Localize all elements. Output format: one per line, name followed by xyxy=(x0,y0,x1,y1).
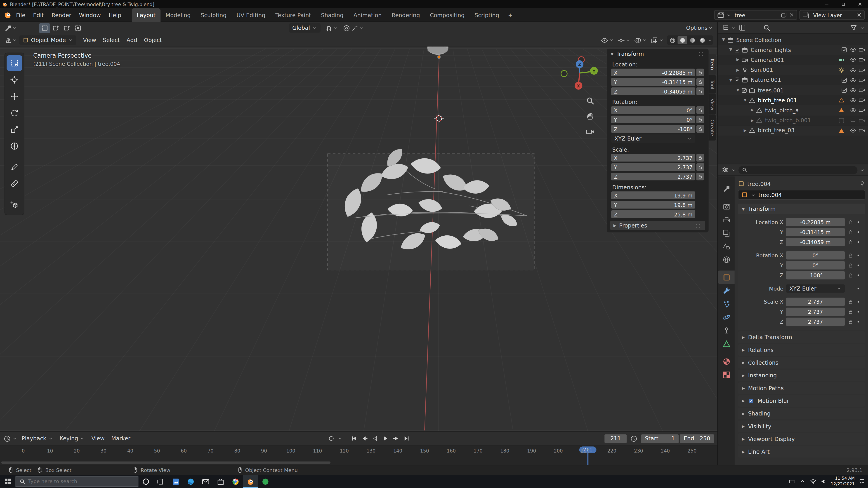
value-slider[interactable]: X2.737 xyxy=(611,154,695,162)
select-mode-new[interactable] xyxy=(39,23,50,33)
lock-open-icon[interactable] xyxy=(847,308,854,315)
toggle-eye-icon[interactable] xyxy=(850,57,856,63)
animate-dot-icon[interactable] xyxy=(855,318,862,324)
toggle-camera-icon[interactable] xyxy=(859,77,865,84)
taskbar-app-edge[interactable] xyxy=(183,475,198,488)
toggle-camera-icon[interactable] xyxy=(859,117,865,124)
value-field[interactable]: 2.737 xyxy=(786,307,845,316)
tray-speaker-icon[interactable] xyxy=(820,478,827,485)
properties-tab-modifiers[interactable] xyxy=(718,284,735,297)
workspace-tab-scripting[interactable]: Scripting xyxy=(469,8,504,22)
editor-type-icon[interactable] xyxy=(4,36,12,44)
active-tool-icon[interactable] xyxy=(4,24,12,32)
transport-key-next[interactable] xyxy=(391,433,401,444)
toggle-eye-icon[interactable] xyxy=(850,97,856,103)
lock-open-icon[interactable] xyxy=(847,219,854,225)
properties-tab-object[interactable] xyxy=(718,271,735,284)
workspace-tab-layout[interactable]: Layout xyxy=(132,8,160,22)
properties-tab-viewlayer[interactable] xyxy=(718,226,735,240)
properties-tab-particles[interactable] xyxy=(718,297,735,311)
pan-view-icon[interactable] xyxy=(586,112,594,121)
value-slider[interactable]: Z-0.34059 m xyxy=(611,88,695,95)
properties-tab-data[interactable] xyxy=(718,337,735,350)
auto-keying-button[interactable] xyxy=(327,433,336,444)
select-mode-subtract[interactable] xyxy=(61,23,72,33)
taskbar-app-photos[interactable] xyxy=(168,475,183,488)
shading-ball-wire[interactable] xyxy=(668,36,677,44)
maximize-button[interactable] xyxy=(835,0,851,8)
toggle-eye-icon[interactable] xyxy=(850,107,856,113)
panel-delta-transform[interactable]: ▶Delta Transform xyxy=(738,331,865,343)
viewport-menu-select[interactable]: Select xyxy=(99,37,123,43)
workspace-tab-rendering[interactable]: Rendering xyxy=(387,8,425,22)
viewport-menu-object[interactable]: Object xyxy=(141,37,165,43)
object-name-field[interactable]: tree.004 xyxy=(738,190,865,200)
select-mode-extend[interactable] xyxy=(51,23,61,33)
expander-icon[interactable]: ▼ xyxy=(735,88,741,92)
scene-selector[interactable]: tree xyxy=(714,10,797,20)
zoom-view-icon[interactable] xyxy=(586,96,594,105)
transport-play-rev[interactable] xyxy=(370,433,380,444)
value-field[interactable]: 2.737 xyxy=(786,317,845,326)
animate-dot-icon[interactable] xyxy=(855,229,862,235)
display-mode-icon[interactable] xyxy=(739,24,746,31)
properties-tab-world[interactable] xyxy=(718,253,735,266)
outliner-row[interactable]: ▼trees.001 xyxy=(718,85,868,95)
expander-icon[interactable]: ▼ xyxy=(727,48,734,52)
tray-chevup-icon[interactable] xyxy=(799,478,806,485)
lock-open-icon[interactable] xyxy=(847,298,854,304)
toggle-eye-icon[interactable] xyxy=(850,127,856,134)
value-slider[interactable]: Y2.737 xyxy=(611,163,695,171)
tool-annotate[interactable] xyxy=(6,159,22,175)
value-slider[interactable]: Y19.8 m xyxy=(611,201,695,208)
animate-dot-icon[interactable] xyxy=(855,298,862,304)
motion-blur-checkbox-icon[interactable] xyxy=(748,398,754,404)
value-field[interactable]: 0° xyxy=(786,251,845,259)
lock-open-icon[interactable] xyxy=(696,106,704,114)
outliner-row[interactable]: ▼birch_tree.001 xyxy=(718,95,868,105)
value-field[interactable]: 0° xyxy=(786,261,845,269)
value-slider[interactable]: Z-108° xyxy=(611,125,695,133)
breadcrumb-object-name[interactable]: tree.004 xyxy=(747,181,771,187)
shading-ball-render[interactable] xyxy=(698,36,707,44)
panel-relations[interactable]: ▶Relations xyxy=(738,344,865,356)
properties-tab-constraints[interactable] xyxy=(718,324,735,337)
menu-file[interactable]: File xyxy=(12,8,29,22)
orientation-dropdown[interactable]: Global xyxy=(289,23,320,33)
expander-icon[interactable]: ▶ xyxy=(735,58,741,62)
tool-cursor[interactable] xyxy=(6,72,22,88)
workspace-tab-uv-editing[interactable]: UV Editing xyxy=(231,8,270,22)
panel-shading[interactable]: ▶Shading xyxy=(738,408,865,419)
pin-icon[interactable] xyxy=(859,181,865,187)
transport-play[interactable] xyxy=(381,433,391,444)
value-slider[interactable]: Y-0.31415 m xyxy=(611,78,695,86)
animate-dot-icon[interactable] xyxy=(855,219,862,225)
outliner-row[interactable]: ▼Nature.001 xyxy=(718,75,868,85)
panel-line-art[interactable]: ▶Line Art xyxy=(738,446,865,457)
taskbar-task-view[interactable] xyxy=(153,475,168,488)
menu-render[interactable]: Render xyxy=(48,8,75,22)
taskbar-cortana[interactable] xyxy=(138,475,153,488)
search-input[interactable] xyxy=(28,479,134,484)
minimize-button[interactable] xyxy=(818,0,835,8)
notification-center-icon[interactable] xyxy=(859,478,865,485)
options-menu[interactable]: Options xyxy=(686,25,713,31)
menu-help[interactable]: Help xyxy=(105,8,125,22)
expander-icon[interactable]: ▶ xyxy=(742,128,748,133)
panel-visibility[interactable]: ▶Visibility xyxy=(738,420,865,432)
lock-open-icon[interactable] xyxy=(696,78,704,86)
value-slider[interactable]: X0° xyxy=(611,106,695,114)
shading-ball-material[interactable] xyxy=(688,36,697,44)
workspace-tab-shading[interactable]: Shading xyxy=(316,8,348,22)
toggle-camera-icon[interactable] xyxy=(859,97,865,103)
animate-dot-icon[interactable] xyxy=(855,262,862,268)
sidebar-tab-view[interactable]: View xyxy=(709,94,716,115)
overlays-toggle[interactable] xyxy=(634,36,647,44)
timeline-ruler[interactable]: 211 010203040506070809010011012013014015… xyxy=(0,446,717,465)
transport-skip-last[interactable] xyxy=(402,433,412,444)
outliner-row[interactable]: ▶Sun.001 xyxy=(718,65,868,75)
properties-tab-material[interactable] xyxy=(718,355,735,368)
animate-dot-icon[interactable] xyxy=(855,285,862,291)
timeline-menu-keying[interactable]: Keying xyxy=(56,435,88,442)
proportional-edit-toggle[interactable] xyxy=(343,24,364,32)
